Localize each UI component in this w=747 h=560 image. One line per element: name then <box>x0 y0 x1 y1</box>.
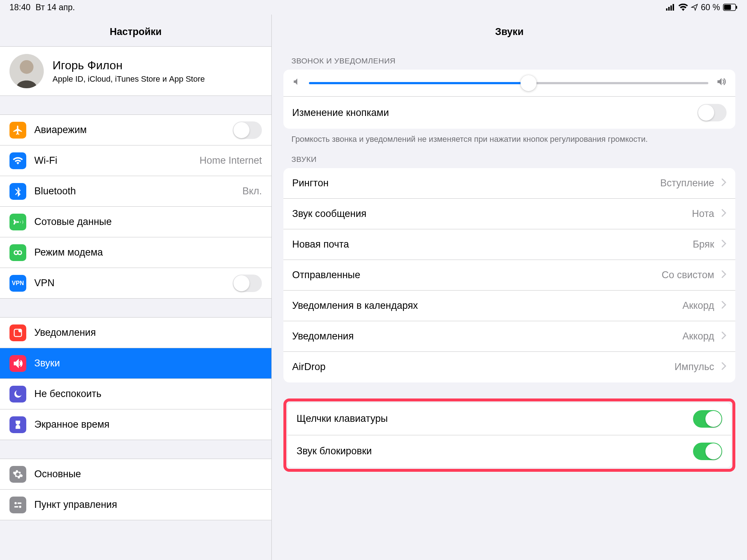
volume-slider-row <box>283 70 735 97</box>
wifi-icon <box>678 4 688 11</box>
sidebar-item-wifi[interactable]: Wi-Fi Home Internet <box>0 145 271 176</box>
svg-point-8 <box>20 60 34 74</box>
sidebar-item-label: Экранное время <box>34 419 262 430</box>
svg-rect-0 <box>666 8 667 11</box>
sidebar-item-hotspot[interactable]: Режим модема <box>0 237 271 268</box>
row-label: Щелчки клавиатуры <box>297 413 686 424</box>
sidebar-item-vpn[interactable]: VPN VPN <box>0 268 271 299</box>
lock-sound-toggle[interactable] <box>693 443 722 460</box>
ringer-footnote: Громкость звонка и уведомлений не изменя… <box>283 129 735 145</box>
wifi-value: Home Internet <box>200 155 262 166</box>
battery-percent: 60 % <box>701 3 720 12</box>
lock-sound-row[interactable]: Звук блокировки <box>288 435 731 467</box>
svg-point-15 <box>19 505 21 508</box>
sidebar-item-label: Авиарежим <box>34 124 225 136</box>
row-label: Уведомления <box>292 331 675 342</box>
svg-point-10 <box>18 251 22 254</box>
sidebar-item-airplane[interactable]: Авиарежим <box>0 115 271 145</box>
chevron-right-icon <box>721 300 727 311</box>
settings-sidebar: Настройки Игорь Филон Apple ID, iCloud, … <box>0 15 272 560</box>
svg-rect-14 <box>18 502 22 504</box>
sidebar-item-bluetooth[interactable]: Bluetooth Вкл. <box>0 176 271 207</box>
volume-slider[interactable] <box>309 82 708 84</box>
detail-pane: Звуки ЗВОНОК И УВЕДОМЛЕНИЯ <box>272 15 747 560</box>
row-label: Звук блокировки <box>297 446 686 457</box>
sidebar-item-screentime[interactable]: Экранное время <box>0 409 271 440</box>
sidebar-item-notifications[interactable]: Уведомления <box>0 318 271 348</box>
sidebar-item-label: Уведомления <box>34 327 262 338</box>
ringer-section-header: ЗВОНОК И УВЕДОМЛЕНИЯ <box>283 46 735 70</box>
keyboard-clicks-toggle[interactable] <box>693 410 722 428</box>
airdrop-row[interactable]: AirDrop Импульс <box>283 352 735 382</box>
screentime-icon <box>9 416 26 433</box>
row-label: Новая почта <box>292 239 685 250</box>
location-icon <box>691 4 698 11</box>
reminder-alerts-row[interactable]: Уведомления Аккорд <box>283 321 735 352</box>
speaker-high-icon <box>716 76 727 90</box>
row-label: AirDrop <box>292 361 667 373</box>
sidebar-item-label: Не беспокоить <box>34 388 262 400</box>
text-tone-row[interactable]: Звук сообщения Нота <box>283 199 735 229</box>
sidebar-item-sounds[interactable]: Звуки <box>0 348 271 379</box>
chevron-right-icon <box>721 208 727 219</box>
sidebar-item-label: Звуки <box>34 358 262 369</box>
chevron-right-icon <box>721 331 727 342</box>
change-with-buttons-toggle[interactable] <box>697 104 727 121</box>
svg-rect-6 <box>736 6 737 9</box>
chevron-right-icon <box>721 239 727 250</box>
status-bar: 18:40 Вт 14 апр. 60 % <box>0 0 747 15</box>
keyboard-clicks-row[interactable]: Щелчки клавиатуры <box>288 403 731 435</box>
row-value: Аккорд <box>682 300 714 311</box>
highlighted-section: Щелчки клавиатуры Звук блокировки <box>283 398 735 472</box>
dnd-icon <box>9 386 26 402</box>
new-mail-row[interactable]: Новая почта Бряк <box>283 229 735 260</box>
ringtone-row[interactable]: Рингтон Вступление <box>283 168 735 199</box>
sent-mail-row[interactable]: Отправленные Со свистом <box>283 260 735 291</box>
row-label: Звук сообщения <box>292 208 685 219</box>
row-label: Рингтон <box>292 178 653 189</box>
bluetooth-icon <box>9 183 26 200</box>
cellular-icon <box>9 214 26 230</box>
svg-point-13 <box>15 502 17 504</box>
controlcenter-icon <box>9 497 26 513</box>
sidebar-item-label: Сотовые данные <box>34 216 262 228</box>
sidebar-item-label: Wi-Fi <box>34 155 191 166</box>
notifications-icon <box>9 324 26 341</box>
status-date: Вт 14 апр. <box>36 3 75 12</box>
change-with-buttons-row[interactable]: Изменение кнопками <box>283 97 735 129</box>
calendar-alerts-row[interactable]: Уведомления в календарях Аккорд <box>283 291 735 321</box>
svg-point-12 <box>18 328 22 332</box>
vpn-toggle[interactable] <box>233 275 262 292</box>
row-label: Уведомления в календарях <box>292 300 675 311</box>
sounds-section-header: ЗВУКИ <box>283 145 735 168</box>
svg-rect-3 <box>673 4 674 11</box>
speaker-low-icon <box>292 77 302 89</box>
hotspot-icon <box>9 244 26 261</box>
sidebar-item-label: Пункт управления <box>34 499 262 510</box>
sidebar-item-dnd[interactable]: Не беспокоить <box>0 379 271 409</box>
sidebar-item-label: VPN <box>34 277 225 289</box>
avatar <box>9 54 44 88</box>
svg-rect-16 <box>14 506 18 508</box>
vpn-icon: VPN <box>9 275 26 292</box>
account-name: Игорь Филон <box>53 59 205 72</box>
sidebar-item-controlcenter[interactable]: Пункт управления <box>0 490 271 520</box>
account-row[interactable]: Игорь Филон Apple ID, iCloud, iTunes Sto… <box>0 47 271 96</box>
sidebar-item-label: Режим модема <box>34 247 262 258</box>
airplane-toggle[interactable] <box>233 121 262 139</box>
chevron-right-icon <box>721 269 727 281</box>
status-time: 18:40 <box>9 3 31 12</box>
wifi-icon <box>9 152 26 169</box>
detail-title: Звуки <box>272 15 747 46</box>
row-value: Бряк <box>693 239 714 250</box>
general-icon <box>9 466 26 483</box>
sidebar-item-label: Основные <box>34 468 262 480</box>
sidebar-item-cellular[interactable]: Сотовые данные <box>0 207 271 237</box>
sidebar-item-general[interactable]: Основные <box>0 459 271 490</box>
chevron-right-icon <box>721 178 727 189</box>
svg-rect-2 <box>670 5 672 11</box>
svg-rect-1 <box>668 7 670 11</box>
sidebar-title: Настройки <box>0 15 271 47</box>
row-label: Отправленные <box>292 269 654 281</box>
sidebar-item-label: Bluetooth <box>34 186 235 197</box>
